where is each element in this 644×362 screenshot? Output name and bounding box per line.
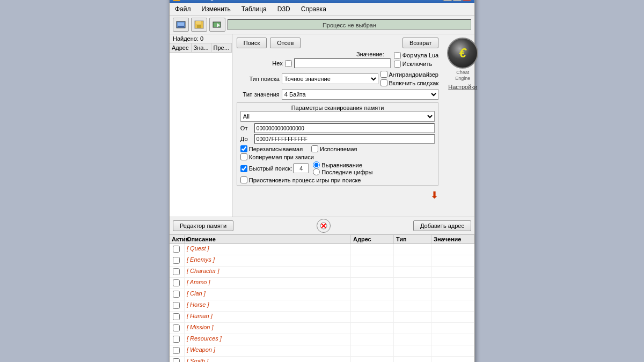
row-type — [394, 323, 431, 334]
last-digits-radio[interactable] — [313, 168, 320, 175]
to-input[interactable] — [254, 134, 435, 144]
row-checkbox[interactable] — [170, 300, 185, 311]
settings-label[interactable]: Настройки — [448, 84, 477, 90]
results-header: Адрес Зна... Пре... — [170, 43, 232, 53]
row-checkbox[interactable] — [170, 289, 185, 300]
table-row[interactable]: [ Smith ] — [170, 357, 474, 362]
to-label: До — [240, 136, 252, 142]
menu-help[interactable]: Справка — [298, 4, 330, 14]
menu-d3d[interactable]: D3D — [274, 4, 294, 14]
menu-table[interactable]: Таблица — [238, 4, 270, 14]
results-panel: Найдено: 0 Адрес Зна... Пре... — [170, 34, 232, 217]
search-button[interactable]: Поиск — [237, 38, 267, 48]
hex-label: Hex — [240, 60, 283, 67]
col-address: Адрес — [170, 43, 192, 52]
add-address-button[interactable]: Добавить адрес — [413, 220, 471, 231]
ce-logo: € — [447, 38, 478, 69]
row-value — [431, 267, 474, 277]
table-row[interactable]: [ Character ] — [170, 267, 474, 278]
from-to-area: От До — [240, 123, 435, 144]
row-address — [351, 323, 394, 334]
table-row[interactable]: [ Enemys ] — [170, 255, 474, 267]
table-row[interactable]: [ Weapon ] — [170, 345, 474, 357]
row-value — [431, 289, 474, 300]
row-type — [394, 244, 431, 255]
row-checkbox[interactable] — [170, 357, 185, 362]
align-label: Выравнивание — [321, 162, 362, 168]
row-checkbox[interactable] — [170, 323, 185, 334]
value-type-select[interactable]: 4 Байта — [282, 89, 438, 100]
speedhack-checkbox[interactable] — [380, 79, 387, 86]
table-row[interactable]: [ Ammo ] — [170, 278, 474, 289]
hex-row: Hex — [240, 58, 391, 68]
exclude-checkbox[interactable] — [394, 61, 401, 68]
memory-editor-button[interactable]: Редактор памяти — [173, 220, 233, 231]
table-row[interactable]: [ Horse ] — [170, 300, 474, 312]
minimize-button[interactable]: — — [443, 0, 452, 1]
rewrite-checkbox[interactable] — [240, 145, 247, 152]
process-bar: Процесс не выбран — [228, 19, 471, 30]
close-button[interactable]: ✕ — [463, 0, 471, 1]
table-row[interactable]: [ Quest ] — [170, 244, 474, 255]
open-process-button[interactable] — [173, 18, 189, 32]
results-list — [170, 53, 232, 217]
row-checkbox[interactable] — [170, 244, 185, 255]
from-label: От — [240, 125, 252, 131]
logo-area: € CheatEngine Настройки — [443, 34, 482, 217]
table-row[interactable]: [ Clan ] — [170, 289, 474, 300]
fast-input[interactable] — [294, 164, 309, 173]
search-panel: Поиск Отсев Возврат Значение: Hex — [232, 34, 443, 217]
row-checkbox[interactable] — [170, 267, 185, 277]
row-address — [351, 278, 394, 289]
speedhack-option: Включить спидхак — [380, 79, 439, 86]
from-input[interactable] — [254, 123, 435, 133]
row-checkbox[interactable] — [170, 345, 185, 356]
maximize-button[interactable]: □ — [453, 0, 462, 1]
fast-label: Быстрый поиск: — [249, 165, 292, 172]
arrow-icon: ⬇ — [430, 189, 438, 201]
scan-params-box: Параметры сканирования памяти All От До — [237, 102, 438, 186]
scan-params-title: Параметры сканирования памяти — [240, 105, 435, 111]
row-desc: [ Resources ] — [185, 334, 351, 345]
search-buttons: Поиск Отсев Возврат — [237, 38, 438, 48]
row-checkbox[interactable] — [170, 278, 185, 289]
search-type-label: Тип поиска — [237, 76, 280, 82]
copy-checkbox[interactable] — [240, 153, 247, 160]
memory-type-select[interactable]: All — [240, 111, 435, 122]
stop-button[interactable] — [317, 219, 331, 233]
pause-checkbox[interactable] — [240, 176, 247, 183]
table-row[interactable]: [ Resources ] — [170, 334, 474, 345]
row-checkbox[interactable] — [170, 334, 185, 345]
row-type — [394, 289, 431, 300]
row-checkbox[interactable] — [170, 255, 185, 266]
value-input[interactable] — [294, 58, 391, 68]
align-radio[interactable] — [313, 161, 320, 168]
menu-edit[interactable]: Изменить — [199, 4, 234, 14]
table-row[interactable]: [ Human ] — [170, 312, 474, 323]
hex-checkbox[interactable] — [285, 60, 292, 67]
row-address — [351, 334, 394, 345]
table-row[interactable]: [ Mission ] — [170, 323, 474, 334]
fast-checkbox[interactable] — [240, 165, 247, 172]
last-digits-label: Последние цифры — [321, 169, 372, 175]
exec-checkbox[interactable] — [311, 145, 318, 152]
value-type-label: Тип значения — [237, 91, 280, 98]
right-options: Формула Lua Исключить — [394, 52, 439, 68]
load-button[interactable] — [209, 18, 225, 32]
svg-rect-2 — [178, 26, 184, 27]
row-type — [394, 357, 431, 362]
row-checkbox[interactable] — [170, 312, 185, 322]
main-area: Найдено: 0 Адрес Зна... Пре... Поиск Отс… — [170, 34, 474, 217]
row-type — [394, 278, 431, 289]
save-button[interactable] — [191, 18, 207, 32]
antirandom-checkbox[interactable] — [380, 71, 387, 78]
lua-checkbox[interactable] — [394, 52, 401, 59]
menubar: Файл Изменить Таблица D3D Справка — [170, 3, 474, 16]
rewrite-label: Перезаписываемая — [249, 146, 303, 152]
menu-file[interactable]: Файл — [172, 4, 194, 14]
exec-label: Исполняемая — [320, 146, 357, 152]
filter-button[interactable]: Отсев — [270, 38, 301, 48]
brand-label: CheatEngine — [455, 70, 470, 82]
search-type-select[interactable]: Точное значение — [282, 73, 378, 84]
return-button[interactable]: Возврат — [402, 38, 438, 48]
